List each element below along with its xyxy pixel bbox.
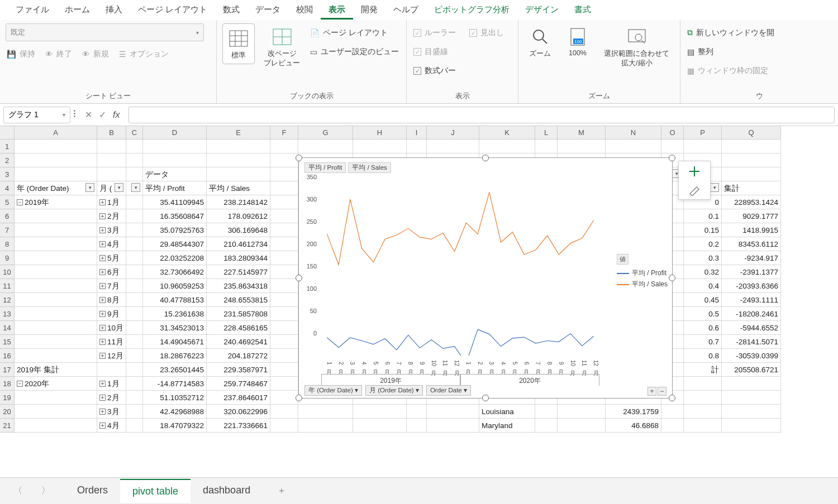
cell[interactable]: +12月 [97,349,126,363]
cell[interactable] [558,419,606,433]
cell[interactable]: 183.2809344 [207,251,270,265]
cell[interactable] [15,251,97,265]
cell[interactable] [15,391,97,405]
row-header[interactable]: 3 [0,167,15,181]
options-button[interactable]: ☰オプション [118,47,170,61]
cell[interactable]: 306.169648 [207,223,270,237]
cell[interactable]: 238.2148142 [207,195,270,209]
row-header[interactable]: 16 [0,349,15,363]
row-header[interactable]: 21 [0,419,15,433]
row-header[interactable]: 10 [0,265,15,279]
cell[interactable]: +6月 [97,265,126,279]
row-header[interactable]: 19 [0,391,15,405]
cell[interactable] [15,349,97,363]
cell[interactable]: +3月 [97,405,126,419]
cell[interactable]: 178.092612 [207,209,270,223]
cell[interactable] [270,321,298,335]
cell[interactable]: 83453.6112 [722,237,781,251]
fx-icon[interactable]: fx [111,109,122,121]
cell[interactable]: 平均 / Sales [207,181,270,195]
keep-button[interactable]: 💾保持 [6,47,36,61]
pagebreak-button[interactable]: 改ページ プレビュー [260,23,303,70]
confirm-icon[interactable]: ✓ [97,108,108,121]
cell[interactable]: -14.87714583 [143,377,207,391]
cell[interactable] [661,140,684,153]
col-header[interactable]: D [143,126,207,140]
cell[interactable] [126,251,143,265]
row-header[interactable]: 1 [0,140,15,153]
cell[interactable] [606,140,661,153]
cell[interactable]: 23.26501445 [143,363,207,377]
cell[interactable] [15,223,97,237]
col-header[interactable]: O [661,126,684,140]
col-header[interactable]: I [407,126,427,140]
tab-prev-icon[interactable]: 〈 [9,483,27,499]
cell[interactable]: 年 (Order Date)▾ [15,181,97,195]
cell[interactable]: 237.8646017 [207,391,270,405]
new-button[interactable]: 👁新規 [81,47,110,61]
menu-3[interactable]: ページ レイアウト [130,1,215,20]
cell[interactable]: 0.1 [684,209,722,223]
cell[interactable] [15,321,97,335]
cell[interactable] [270,419,298,433]
cell[interactable] [126,391,143,405]
cell[interactable]: 259.7748467 [207,377,270,391]
cell[interactable] [353,405,407,419]
name-box[interactable]: グラフ 1▾ [3,107,70,123]
cell[interactable] [722,419,781,433]
cell[interactable] [270,140,298,153]
cell[interactable]: 221.7336661 [207,419,270,433]
cell[interactable]: 248.6553815 [207,293,270,307]
column-headers[interactable]: ABCDEFGHIJKLMNOPQ [15,126,781,140]
cell[interactable]: 0.4 [684,279,722,293]
cell[interactable] [15,140,97,153]
cell[interactable]: -18208.2461 [722,307,781,321]
cell[interactable] [298,140,353,153]
row-header[interactable]: 8 [0,237,15,251]
cell[interactable]: 29.48544307 [143,237,207,251]
menu-9[interactable]: ヘルプ [385,1,426,20]
cell[interactable] [353,140,407,153]
cell[interactable]: 16.35608647 [143,209,207,223]
cell[interactable] [270,405,298,419]
cell[interactable] [126,195,143,209]
cell[interactable] [15,237,97,251]
cell[interactable]: -9234.917 [722,251,781,265]
row-headers[interactable]: 123456789101112131415161718192021 [0,140,15,433]
cell[interactable] [15,279,97,293]
row-header[interactable]: 9 [0,251,15,265]
cell[interactable] [427,140,479,153]
cell[interactable]: 22.03252208 [143,251,207,265]
cell[interactable]: +11月 [97,335,126,349]
cell[interactable] [535,419,558,433]
cell[interactable] [15,405,97,419]
cell[interactable] [407,140,427,153]
cell[interactable]: 1418.9915 [722,223,781,237]
chart-series-header[interactable]: 平均 / Profit平均 / Sales [304,162,391,173]
cell[interactable]: +1月 [97,377,126,391]
cell[interactable] [143,140,207,153]
cell[interactable] [207,140,270,153]
cell[interactable]: 平均 / Profit [143,181,207,195]
cell[interactable]: 15.2361638 [143,307,207,321]
cell[interactable]: 35.07925763 [143,223,207,237]
zoom-selection-button[interactable]: 選択範囲に合わせて 拡大/縮小 [601,23,673,70]
cell[interactable]: 35.41109945 [143,195,207,209]
cell[interactable] [684,377,722,391]
formulabar-check[interactable]: ✓数式バー [412,64,457,78]
cell[interactable]: Maryland [479,419,535,433]
menu-6[interactable]: 校閲 [288,1,321,20]
cell[interactable] [684,405,722,419]
col-header[interactable]: E [207,126,270,140]
cell[interactable] [722,405,781,419]
menu-4[interactable]: 数式 [215,1,247,20]
cell[interactable]: -30539.0399 [722,349,781,363]
cell[interactable] [722,153,781,167]
normal-view-button[interactable]: 標準 [222,23,255,64]
cell[interactable] [15,307,97,321]
plot-area[interactable] [321,177,599,356]
cell[interactable]: −2019年 [15,195,97,209]
cell[interactable] [270,181,298,195]
cell[interactable]: +2月 [97,391,126,405]
cell[interactable]: 228.4586165 [207,321,270,335]
